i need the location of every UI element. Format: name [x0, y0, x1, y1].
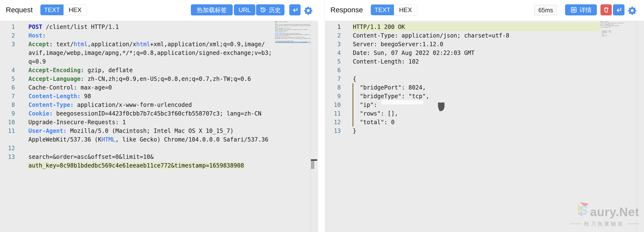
- code-text: Content-Type: application/json; charset=…: [600, 22, 624, 24]
- dash-line: [628, 224, 639, 224]
- line-number: 9: [0, 109, 18, 118]
- enter-arrow-icon: [292, 6, 299, 14]
- response-minimap[interactable]: HTTP/1.1 200 OKContent-Type: application…: [600, 21, 631, 39]
- line-number: 10: [325, 100, 344, 109]
- code-text: Content-Length: 98: [28, 93, 91, 100]
- code-text: Content-Length: 98: [275, 32, 284, 32]
- response-title: Response: [330, 6, 363, 14]
- request-settings-button[interactable]: [304, 6, 313, 15]
- code-row: 3Accept: text/html,application/xhtml+xml…: [0, 40, 318, 48]
- request-scrollbar-track: [311, 21, 311, 232]
- request-editor[interactable]: 1POST /client/list HTTP/1.12Host:3Accept…: [0, 21, 318, 232]
- panel-divider: [324, 0, 325, 21]
- line-number: 4: [0, 66, 18, 74]
- request-tab-hex[interactable]: HEX: [64, 4, 87, 15]
- request-scrollbar-thumb[interactable]: [311, 161, 314, 169]
- latency-badge: 65ms: [534, 5, 557, 16]
- json-indent-guide: [352, 83, 353, 126]
- code-text: search=&order=asc&offset=0&limit=10&: [275, 41, 294, 42]
- code-row: "total": 0: [600, 36, 605, 36]
- request-minimap-content: POST /client/list HTTP/1.1Host:Accept: t…: [275, 21, 280, 43]
- request-tab-text[interactable]: TEXT: [40, 4, 64, 15]
- response-send-button[interactable]: [613, 4, 624, 16]
- redaction-smudge: [381, 100, 424, 104]
- code-row: 7Content-Length: 98: [0, 92, 318, 100]
- response-tab-text[interactable]: TEXT: [371, 4, 394, 15]
- code-row: 9Cookie: beegosessionID=4423f0cbb7b7c45b…: [0, 109, 318, 118]
- line-number: 8: [0, 100, 18, 109]
- code-row: AppleWebKit/537.36 (KHTML, like Gecko) C…: [0, 135, 318, 144]
- code-text: "bridgePort": 8024,: [353, 84, 426, 91]
- code-text: "bridgeType": "tcp",: [600, 32, 612, 33]
- line-number: 11: [325, 109, 344, 118]
- response-code[interactable]: 1HTTP/1.1 200 OK2Content-Type: applicati…: [325, 21, 644, 135]
- code-row: 13}: [325, 126, 644, 135]
- request-code[interactable]: 1POST /client/list HTTP/1.12Host:3Accept…: [0, 21, 318, 170]
- svg-text:S: S: [579, 203, 588, 217]
- line-number: 5: [0, 74, 18, 83]
- code-row: 1HTTP/1.1 200 OK: [325, 22, 644, 31]
- code-row: }: [600, 37, 605, 38]
- code-text: Content-Length: 102: [600, 26, 610, 28]
- line-number: 1: [0, 22, 18, 31]
- line-number: 2: [325, 31, 344, 40]
- request-header: Request TEXT HEX 热加载标签 URL 历史: [0, 0, 324, 21]
- code-text: Host:: [275, 22, 278, 24]
- code-text: "ip":: [353, 102, 381, 108]
- code-text: Date: Sun, 07 Aug 2022 02:22:03 GMT: [353, 50, 474, 56]
- code-text: "total": 0: [353, 119, 394, 126]
- code-text: Accept-Encoding: gzip, deflate: [28, 67, 132, 74]
- code-text: Cache-Control: max-age=0: [28, 84, 112, 91]
- code-row: avif,image/webp,image/apng,*/*;q=0.8,app…: [0, 48, 318, 57]
- saury-logo-icon: S: [576, 201, 590, 220]
- code-row: 8Content-Type: application/x-www-form-ur…: [0, 100, 318, 109]
- url-button[interactable]: URL: [234, 4, 255, 16]
- watermark-brand: aury.Net: [590, 205, 639, 219]
- line-number: 13: [325, 126, 344, 135]
- code-text: Content-Type: application/x-www-form-url…: [275, 33, 300, 34]
- history-button[interactable]: 历史: [256, 4, 284, 16]
- line-number: 7: [325, 74, 344, 83]
- code-text: search=&order=asc&offset=0&limit=10&: [28, 154, 154, 160]
- code-row: 3Server: beegoServer:1.12.0: [325, 40, 644, 48]
- response-tab-hex[interactable]: HEX: [394, 4, 417, 15]
- url-button-label: URL: [238, 6, 250, 14]
- code-row: AppleWebKit/537.36 (KHTML, like Gecko) C…: [275, 38, 280, 39]
- dash-line: [570, 224, 581, 224]
- code-row: 2Host:: [0, 31, 318, 40]
- line-number: 12: [0, 144, 18, 152]
- code-row: 6Cache-Control: max-age=0: [0, 83, 318, 92]
- code-text: {: [353, 76, 356, 82]
- code-text: Date: Sun, 07 Aug 2022 02:22:03 GMT: [600, 25, 619, 26]
- hot-reload-tag-button[interactable]: 热加载标签: [191, 4, 233, 16]
- code-text: avif,image/webp,image/apng,*/*;q=0.8,app…: [28, 50, 272, 56]
- line-number: 13: [0, 152, 18, 161]
- line-number: 12: [325, 118, 344, 126]
- code-row: 5Content-Length: 102: [325, 57, 644, 66]
- code-row: 8 "bridgePort": 8024,: [325, 83, 644, 92]
- code-row: 12: [0, 144, 318, 152]
- code-row: 9 "bridgeType": "tcp",: [325, 92, 644, 100]
- code-row: q=0.9: [0, 57, 318, 66]
- redaction-artifact: [438, 102, 444, 111]
- clear-response-button[interactable]: [600, 4, 612, 16]
- code-text: Cache-Control: max-age=0: [275, 30, 287, 31]
- gear-icon: [628, 6, 637, 15]
- code-row: auth_key=8c98b1bdedbc569c4e61eeaeb11ce77…: [0, 161, 318, 170]
- code-text: auth_key=8c98b1bdedbc569c4e61eeaeb11ce77…: [27, 162, 245, 169]
- code-text: POST /client/list HTTP/1.1: [28, 24, 119, 30]
- request-send-button[interactable]: [289, 4, 300, 16]
- request-minimap[interactable]: POST /client/list HTTP/1.1Host:Accept: t…: [275, 21, 311, 44]
- code-text: POST /client/list HTTP/1.1: [275, 22, 288, 22]
- code-row: auth_key=8c98b1bdedbc569c4e61eeaeb11ce77…: [275, 42, 280, 43]
- code-text: User-Agent: Mozilla/5.0 (Macintosh; Inte…: [28, 128, 234, 134]
- code-row: 13search=&order=asc&offset=0&limit=10&: [0, 152, 318, 161]
- code-text: AppleWebKit/537.36 (KHTML, like Gecko) C…: [28, 136, 268, 143]
- code-row: 10 "ip":: [325, 100, 644, 109]
- code-text: Accept-Language: zh-CN,zh;q=0.9,en-US;q=…: [275, 29, 308, 30]
- response-settings-button[interactable]: [628, 6, 637, 15]
- code-text: Content-Type: application/json; charset=…: [353, 32, 509, 39]
- code-text: }: [600, 37, 601, 38]
- detail-button[interactable]: 详情: [565, 4, 597, 16]
- enter-arrow-icon: [615, 6, 622, 14]
